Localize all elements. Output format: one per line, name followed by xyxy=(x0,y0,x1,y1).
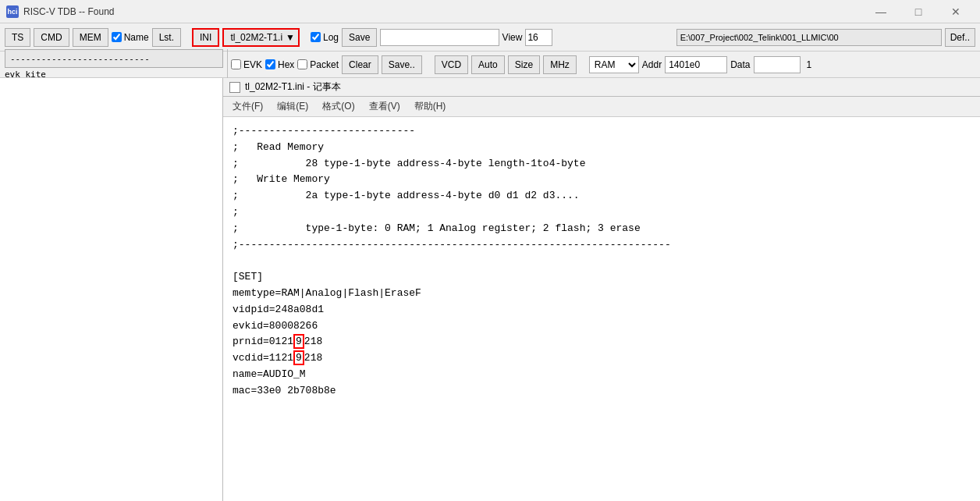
menu-view[interactable]: 查看(V) xyxy=(363,98,407,115)
title-bar-left: hci RISC-V TDB -- Found xyxy=(6,5,114,18)
log-display xyxy=(380,29,499,46)
notepad-menubar: 文件(F) 编辑(E) 格式(O) 查看(V) 帮助(H) xyxy=(223,97,980,117)
notepad-titlebar: tl_02M2-T1.ini - 记事本 xyxy=(223,78,980,97)
size-button[interactable]: Size xyxy=(508,55,540,74)
notepad-window: tl_02M2-T1.ini - 记事本 文件(F) 编辑(E) 格式(O) 查… xyxy=(223,78,980,501)
clear-button[interactable]: Clear xyxy=(342,55,378,74)
def-button[interactable]: Def.. xyxy=(945,28,975,47)
toolbar-row-1: TS CMD MEM Name Lst. INI tl_02M2-T1.i ▼ … xyxy=(0,23,980,52)
hex-checkbox-label[interactable]: Hex xyxy=(265,59,294,70)
hex-checkbox[interactable] xyxy=(265,59,275,69)
ram-select[interactable]: RAM Analog Flash xyxy=(589,56,639,73)
log-checkbox-label[interactable]: Log xyxy=(311,32,339,43)
ts-button[interactable]: TS xyxy=(5,28,30,47)
title-bar-title: RISC-V TDB -- Found xyxy=(23,6,114,17)
notepad-icon xyxy=(229,82,240,93)
vcd-button[interactable]: VCD xyxy=(435,55,468,74)
data-input[interactable] xyxy=(754,56,801,73)
log-text-field: --------------------------- xyxy=(5,49,223,68)
name-checkbox-label[interactable]: Name xyxy=(112,32,149,43)
mem-button[interactable]: MEM xyxy=(73,28,108,47)
dropdown-arrow-icon: ▼ xyxy=(286,32,295,43)
name-checkbox[interactable] xyxy=(112,32,122,42)
notepad-content[interactable]: ;----------------------------- ; Read Me… xyxy=(223,117,980,501)
menu-format[interactable]: 格式(O) xyxy=(316,98,360,115)
content-pre: ;----------------------------- ; Read Me… xyxy=(233,123,971,400)
save-dots-button[interactable]: Save.. xyxy=(382,55,422,74)
close-button[interactable]: ✕ xyxy=(938,0,974,23)
content-area: tl_02M2-T1.ini - 记事本 文件(F) 编辑(E) 格式(O) 查… xyxy=(0,78,980,501)
menu-file[interactable]: 文件(F) xyxy=(226,98,269,115)
ini-dropdown[interactable]: tl_02M2-T1.i ▼ xyxy=(222,28,300,47)
packet-checkbox-label[interactable]: Packet xyxy=(297,59,339,70)
left-panel xyxy=(0,78,223,501)
title-bar: hci RISC-V TDB -- Found — □ ✕ xyxy=(0,0,980,23)
cmd-button[interactable]: CMD xyxy=(34,28,69,47)
minimize-button[interactable]: — xyxy=(863,0,899,23)
mhz-button[interactable]: MHz xyxy=(543,55,577,74)
auto-button[interactable]: Auto xyxy=(471,55,505,74)
addr-label: Addr xyxy=(642,59,662,70)
lst-button[interactable]: Lst. xyxy=(152,28,181,47)
log-checkbox[interactable] xyxy=(311,32,321,42)
evk-checkbox[interactable] xyxy=(231,59,241,69)
app-icon: hci xyxy=(6,5,19,18)
ini-button[interactable]: INI xyxy=(192,28,219,47)
save-button[interactable]: Save xyxy=(342,28,377,47)
view-label: View xyxy=(502,32,523,43)
notepad-title: tl_02M2-T1.ini - 记事本 xyxy=(245,80,341,94)
menu-help[interactable]: 帮助(H) xyxy=(408,98,453,115)
data-label: Data xyxy=(730,59,750,70)
title-bar-controls: — □ ✕ xyxy=(863,0,974,23)
data-count-label: 1 xyxy=(807,59,812,70)
addr-input[interactable] xyxy=(665,56,727,73)
evk-checkbox-label[interactable]: EVK xyxy=(231,59,262,70)
path-input: E:\007_Project\002_Telink\001_LLMIC\00 xyxy=(676,29,942,46)
toolbar-row-2: --------------------------- evk_kite EVK… xyxy=(0,52,980,78)
menu-edit[interactable]: 编辑(E) xyxy=(271,98,314,115)
view-input[interactable] xyxy=(525,29,552,46)
packet-checkbox[interactable] xyxy=(297,59,307,69)
restore-button[interactable]: □ xyxy=(900,0,936,23)
